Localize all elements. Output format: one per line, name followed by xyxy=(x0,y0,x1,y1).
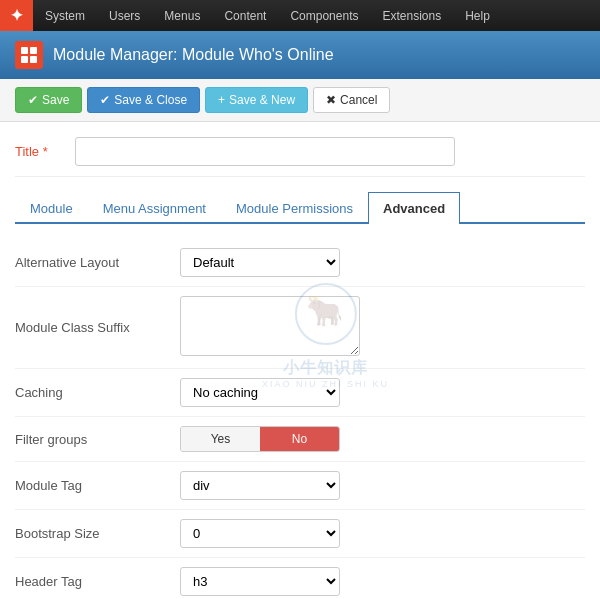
label-module-tag: Module Tag xyxy=(15,462,175,510)
form-table: Alternative Layout Default Custom Module… xyxy=(15,239,585,599)
row-caching: Caching No caching Use Global xyxy=(15,369,585,417)
row-module-class-suffix: Module Class Suffix xyxy=(15,287,585,369)
tab-advanced[interactable]: Advanced xyxy=(368,192,460,224)
label-alternative-layout: Alternative Layout xyxy=(15,239,175,287)
title-row: Title * xyxy=(15,137,585,177)
svg-rect-1 xyxy=(30,47,37,54)
title-label: Title * xyxy=(15,144,75,159)
tab-bar: Module Menu Assignment Module Permission… xyxy=(15,192,585,224)
select-module-tag[interactable]: div section article header footer aside … xyxy=(180,471,340,500)
joomla-icon: ✦ xyxy=(10,6,23,25)
nav-system[interactable]: System xyxy=(33,1,97,31)
save-close-button[interactable]: ✔ Save & Close xyxy=(87,87,200,113)
toolbar: ✔ Save ✔ Save & Close + Save & New ✖ Can… xyxy=(0,79,600,122)
nav-extensions[interactable]: Extensions xyxy=(370,1,453,31)
textarea-module-class-suffix[interactable] xyxy=(180,296,360,356)
advanced-form: 🐂 小牛知识库 XIAO NIU ZHI SHI KU Alternative … xyxy=(15,239,585,599)
tab-module[interactable]: Module xyxy=(15,192,88,224)
save-new-icon: + xyxy=(218,93,225,107)
menu-bar: ✦ System Users Menus Content Components … xyxy=(0,0,600,31)
tab-module-permissions[interactable]: Module Permissions xyxy=(221,192,368,224)
row-bootstrap-size: Bootstrap Size 0 123 456 789 101112 xyxy=(15,510,585,558)
label-module-class-suffix: Module Class Suffix xyxy=(15,287,175,369)
tab-menu-assignment[interactable]: Menu Assignment xyxy=(88,192,221,224)
label-filter-groups: Filter groups xyxy=(15,417,175,462)
nav-help[interactable]: Help xyxy=(453,1,502,31)
save-icon: ✔ xyxy=(28,93,38,107)
row-header-tag: Header Tag h1h2 h3 h4h5h6 xyxy=(15,558,585,600)
toggle-no-button[interactable]: No xyxy=(260,427,339,451)
label-bootstrap-size: Bootstrap Size xyxy=(15,510,175,558)
save-button[interactable]: ✔ Save xyxy=(15,87,82,113)
label-header-tag: Header Tag xyxy=(15,558,175,600)
save-close-icon: ✔ xyxy=(100,93,110,107)
content-area: Title * Module Menu Assignment Module Pe… xyxy=(0,122,600,599)
nav-components[interactable]: Components xyxy=(278,1,370,31)
joomla-logo: ✦ xyxy=(0,0,33,31)
nav-content[interactable]: Content xyxy=(212,1,278,31)
row-filter-groups: Filter groups Yes No xyxy=(15,417,585,462)
cancel-icon: ✖ xyxy=(326,93,336,107)
label-caching: Caching xyxy=(15,369,175,417)
svg-rect-0 xyxy=(21,47,28,54)
svg-rect-3 xyxy=(30,56,37,63)
page-title: Module Manager: Module Who's Online xyxy=(53,46,334,64)
nav-menus[interactable]: Menus xyxy=(152,1,212,31)
row-module-tag: Module Tag div section article header fo… xyxy=(15,462,585,510)
module-icon xyxy=(15,41,43,69)
select-bootstrap-size[interactable]: 0 123 456 789 101112 xyxy=(180,519,340,548)
select-header-tag[interactable]: h1h2 h3 h4h5h6 xyxy=(180,567,340,596)
required-indicator: * xyxy=(43,144,48,159)
select-alternative-layout[interactable]: Default Custom xyxy=(180,248,340,277)
save-new-button[interactable]: + Save & New xyxy=(205,87,308,113)
select-caching[interactable]: No caching Use Global xyxy=(180,378,340,407)
toggle-yes-button[interactable]: Yes xyxy=(181,427,260,451)
page-header: Module Manager: Module Who's Online xyxy=(0,31,600,79)
svg-rect-2 xyxy=(21,56,28,63)
top-nav: System Users Menus Content Components Ex… xyxy=(33,1,502,31)
toggle-filter-groups: Yes No xyxy=(180,426,340,452)
nav-users[interactable]: Users xyxy=(97,1,152,31)
row-alternative-layout: Alternative Layout Default Custom xyxy=(15,239,585,287)
cancel-button[interactable]: ✖ Cancel xyxy=(313,87,390,113)
title-input[interactable] xyxy=(75,137,455,166)
